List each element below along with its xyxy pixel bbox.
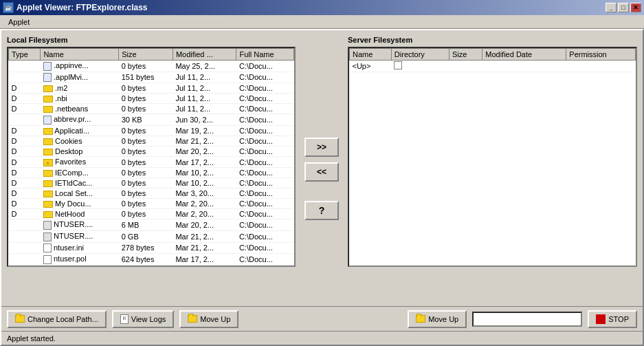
server-row-up[interactable]: <Up> — [350, 61, 636, 72]
local-table-row[interactable]: D PrintHood0 bytesJun 16, 2...C:\Docu... — [9, 265, 294, 266]
file-icon — [43, 255, 52, 264]
file-icon — [43, 244, 52, 252]
folder-icon — [43, 170, 53, 177]
folder-icon — [43, 96, 53, 102]
local-cell-size: 0 bytes — [119, 126, 173, 136]
col-modified: Modified ... — [173, 49, 236, 61]
local-cell-name: NTUSER.... — [41, 231, 119, 243]
move-up-server-icon — [416, 315, 425, 323]
server-file-table-wrapper: Name Directory Size Modified Date Permis… — [348, 47, 637, 267]
local-cell-modified: Mar 21, 2... — [173, 231, 236, 243]
col-fullname: Full Name — [236, 49, 294, 61]
local-table-row[interactable]: D IETldCac...0 bytesMar 10, 2...C:\Docu.… — [9, 178, 294, 188]
minimize-button[interactable]: _ — [606, 3, 617, 12]
local-cell-modified: Mar 10, 2... — [173, 178, 236, 188]
local-cell-modified: Jul 11, 2... — [173, 72, 236, 83]
directory-checkbox[interactable] — [394, 61, 402, 69]
local-table-row[interactable]: D Cookies0 bytesMar 21, 2...C:\Docu... — [9, 136, 294, 147]
move-up-server-button[interactable]: Move Up — [408, 310, 467, 328]
server-col-modified: Modified Date — [482, 49, 566, 61]
local-table-row[interactable]: .applMvi...151 bytesJul 11, 2...C:\Docu.… — [9, 72, 294, 83]
local-cell-size: 0 bytes — [119, 61, 173, 72]
local-cell-fullname: C:\Docu... — [236, 147, 294, 157]
local-cell-size: 6 MB — [119, 219, 173, 231]
local-cell-modified: Mar 19, 2... — [173, 126, 236, 136]
local-cell-modified: Mar 2, 20... — [173, 199, 236, 209]
local-table-row[interactable]: D Applicati...0 bytesMar 19, 2...C:\Docu… — [9, 126, 294, 136]
local-table-row[interactable]: D★ Favorites0 bytesMar 17, 2...C:\Docu..… — [9, 157, 294, 168]
local-table-row[interactable]: D IEComp...0 bytesMar 10, 2...C:\Docu... — [9, 167, 294, 177]
local-cell-type: D — [9, 94, 41, 104]
local-cell-fullname: C:\Docu... — [236, 94, 294, 104]
close-button[interactable]: ✕ — [630, 3, 641, 12]
local-table-row[interactable]: abbrev.pr...30 KBJun 30, 2...C:\Docu... — [9, 114, 294, 126]
server-col-size: Size — [449, 49, 482, 61]
local-table-row[interactable]: D Desktop0 bytesMar 20, 2...C:\Docu... — [9, 147, 294, 157]
local-cell-name: Local Set... — [41, 188, 119, 199]
col-size: Size — [119, 49, 173, 61]
folder-icon — [43, 211, 53, 218]
server-col-directory: Directory — [391, 49, 449, 61]
local-cell-size: 0 bytes — [119, 188, 173, 199]
local-cell-name: abbrev.pr... — [41, 114, 119, 126]
local-table-row[interactable]: D Local Set...0 bytesMar 3, 20...C:\Docu… — [9, 188, 294, 199]
folder-star-icon: ★ — [43, 159, 53, 166]
maximize-button[interactable]: □ — [618, 3, 629, 12]
local-cell-modified: Mar 17, 2... — [173, 157, 236, 168]
local-cell-size: 624 bytes — [119, 254, 173, 266]
server-cell-size — [449, 61, 482, 72]
file-icon — [43, 116, 52, 125]
folder-icon — [43, 85, 53, 92]
local-table-row[interactable]: NTUSER....6 MBMar 20, 2...C:\Docu... — [9, 219, 294, 231]
folder-icon — [43, 106, 53, 113]
local-table-row[interactable]: ntuser.ini278 bytesMar 21, 2...C:\Docu..… — [9, 242, 294, 254]
local-cell-modified: Mar 20, 2... — [173, 147, 236, 157]
local-cell-type: D — [9, 147, 41, 157]
local-cell-fullname: C:\Docu... — [236, 199, 294, 209]
change-local-path-button[interactable]: Change Local Path... — [7, 310, 107, 328]
view-logs-button[interactable]: ||| View Logs — [112, 310, 175, 328]
local-table-row[interactable]: D .m20 bytesJul 11, 2...C:\Docu... — [9, 83, 294, 94]
local-table-row[interactable]: ntuser.pol624 bytesMar 17, 2...C:\Docu..… — [9, 254, 294, 266]
local-cell-type: D — [9, 136, 41, 147]
local-table-row[interactable]: D NetHood0 bytesMar 2, 20...C:\Docu... — [9, 209, 294, 219]
server-cell-directory — [391, 61, 449, 72]
log-icon: ||| — [120, 314, 129, 324]
server-path-input[interactable] — [472, 312, 582, 327]
stop-button[interactable]: STOP — [588, 310, 637, 328]
local-cell-size: 0 bytes — [119, 94, 173, 104]
local-table-row[interactable]: .appinve...0 bytesMay 25, 2...C:\Docu... — [9, 61, 294, 72]
local-cell-modified: Jun 16, 2... — [173, 265, 236, 266]
local-cell-type: D — [9, 157, 41, 168]
local-file-table: Type Name Size Modified ... Full Name .a… — [8, 48, 294, 266]
local-table-row[interactable]: D My Docu...0 bytesMar 2, 20...C:\Docu..… — [9, 199, 294, 209]
col-type: Type — [9, 49, 41, 61]
local-cell-modified: May 25, 2... — [173, 61, 236, 72]
local-table-row[interactable]: NTUSER....0 GBMar 21, 2...C:\Docu... — [9, 231, 294, 243]
local-cell-name: .appinve... — [41, 61, 119, 72]
menu-applet[interactable]: Applet — [3, 17, 35, 28]
local-cell-type: D — [9, 199, 41, 209]
local-table-row[interactable]: D .netbeans0 bytesJul 11, 2...C:\Docu... — [9, 104, 294, 114]
local-cell-name: .nbi — [41, 94, 119, 104]
local-cell-modified: Mar 20, 2... — [173, 219, 236, 231]
local-cell-fullname: C:\Docu... — [236, 178, 294, 188]
menu-bar: Applet — [0, 15, 644, 29]
move-up-local-button[interactable]: Move Up — [179, 310, 238, 328]
stop-icon — [596, 314, 606, 324]
local-cell-name: ntuser.ini — [41, 242, 119, 254]
local-cell-fullname: C:\Docu... — [236, 136, 294, 147]
window-title: Applet Viewer: FTPExplorer.class — [16, 3, 148, 12]
local-cell-name: .applMvi... — [41, 72, 119, 83]
local-cell-name: IETldCac... — [41, 178, 119, 188]
transfer-left-button[interactable]: << — [304, 162, 339, 182]
stop-label: STOP — [608, 315, 629, 323]
local-table-row[interactable]: D .nbi0 bytesJul 11, 2...C:\Docu... — [9, 94, 294, 104]
help-button[interactable]: ? — [304, 201, 339, 220]
transfer-right-button[interactable]: >> — [304, 138, 339, 157]
local-cell-type: D — [9, 126, 41, 136]
folder-icon — [43, 180, 53, 187]
local-cell-fullname: C:\Docu... — [236, 157, 294, 168]
local-cell-name: ★ Favorites — [41, 157, 119, 168]
local-cell-fullname: C:\Docu... — [236, 188, 294, 199]
